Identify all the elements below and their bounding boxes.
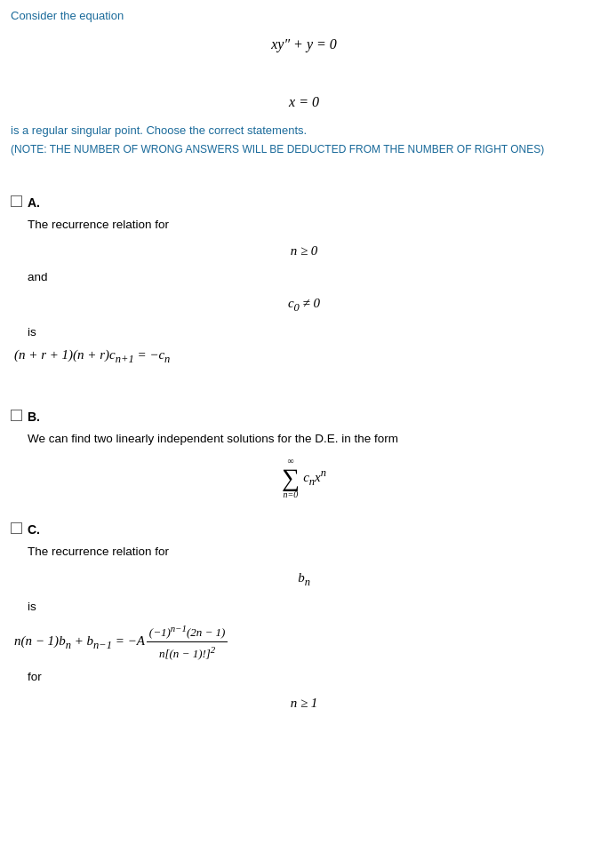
option-c-block: C. The recurrence relation for bn is n(n… <box>11 521 597 713</box>
option-c-recurrence: n(n − 1)bn + bn−1 = −A (−1)n−1(2n − 1) n… <box>14 621 597 663</box>
intro-consider-text: Consider the equation <box>11 7 597 25</box>
option-b-label: B. <box>28 408 40 426</box>
option-a-recurrence: (n + r + 1)(n + r)cn+1 = −cn <box>14 345 597 368</box>
option-a-is: is <box>28 323 597 341</box>
option-c-for: for <box>28 668 597 686</box>
checkbox-b[interactable] <box>11 410 22 421</box>
main-equation: xy″ + y = 0 <box>11 34 597 55</box>
option-c-sub1: bn <box>11 568 597 591</box>
singular-point-text: is a regular singular point. Choose the … <box>11 122 597 139</box>
option-c-is: is <box>28 598 597 616</box>
option-a-label: A. <box>28 194 40 212</box>
option-b-summation: ∞ ∑ n=0 cnxn <box>11 457 597 499</box>
option-c-description: The recurrence relation for <box>28 543 597 561</box>
option-c-label: C. <box>28 521 40 539</box>
checkbox-a[interactable] <box>11 195 22 207</box>
option-a-block: A. The recurrence relation for n ≥ 0 and… <box>11 194 597 368</box>
option-a-sub2: c0 ≠ 0 <box>11 293 597 316</box>
option-a-sub1: n ≥ 0 <box>11 241 597 261</box>
option-b-block: B. We can find two linearly independent … <box>11 408 597 499</box>
option-a-and: and <box>28 268 597 286</box>
note-text: (NOTE: THE NUMBER OF WRONG ANSWERS WILL … <box>11 142 597 157</box>
option-a-description: The recurrence relation for <box>28 216 597 234</box>
singular-point-equation: x = 0 <box>11 92 597 113</box>
option-b-description: We can find two linearly independent sol… <box>28 430 597 448</box>
option-c-sub2: n ≥ 1 <box>11 693 597 713</box>
checkbox-c[interactable] <box>11 522 22 534</box>
